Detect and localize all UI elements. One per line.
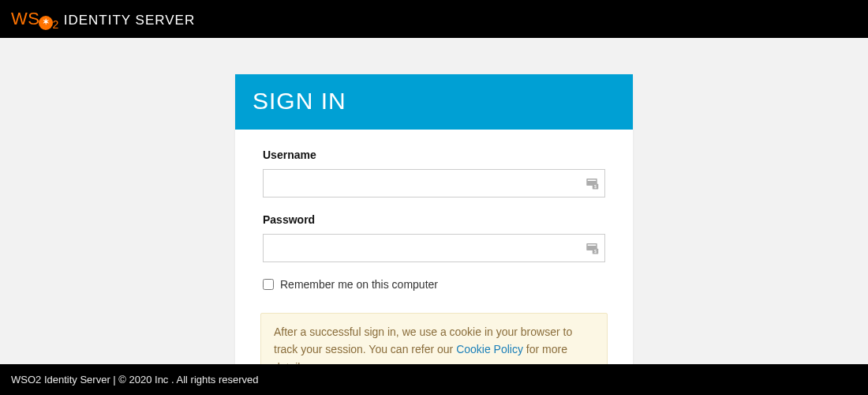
signin-card: SIGN IN Username $ Password [235, 74, 633, 364]
page-body: SIGN IN Username $ Password [0, 38, 868, 364]
cookie-policy-link[interactable]: Cookie Policy [456, 343, 523, 356]
card-body: Username $ Password [235, 130, 633, 364]
svg-rect-5 [588, 245, 597, 246]
page-footer: WSO2 Identity Server | © 2020 Inc . All … [0, 364, 868, 395]
top-bar: WS 2 IDENTITY SERVER [0, 0, 868, 38]
username-label: Username [263, 149, 605, 161]
svg-text:$: $ [594, 184, 597, 189]
brand-ws: WS [11, 9, 39, 29]
password-label: Password [263, 213, 605, 226]
remember-me-row[interactable]: Remember me on this computer [263, 278, 605, 291]
username-field-group: Username $ [263, 149, 605, 198]
password-input-wrap: $ [263, 234, 605, 262]
brand-product-name: IDENTITY SERVER [64, 13, 195, 28]
remember-me-checkbox[interactable] [263, 279, 274, 290]
svg-rect-1 [588, 180, 597, 182]
brand-logo: WS 2 IDENTITY SERVER [11, 9, 195, 29]
username-input[interactable] [263, 169, 605, 198]
username-input-wrap: $ [263, 169, 605, 198]
cookie-notice: After a successful sign in, we use a coo… [260, 313, 608, 364]
brand-o-icon [39, 16, 53, 30]
card-header: SIGN IN [235, 74, 633, 130]
card-title: SIGN IN [253, 88, 615, 115]
password-input[interactable] [263, 234, 605, 262]
credential-manager-icon[interactable]: $ [585, 176, 599, 190]
svg-text:$: $ [594, 249, 597, 254]
password-field-group: Password $ [263, 213, 605, 262]
credential-manager-icon[interactable]: $ [585, 241, 599, 255]
brand-sub2: 2 [52, 18, 58, 31]
remember-me-label: Remember me on this computer [280, 278, 438, 291]
footer-text: WSO2 Identity Server | © 2020 Inc . All … [11, 374, 259, 386]
